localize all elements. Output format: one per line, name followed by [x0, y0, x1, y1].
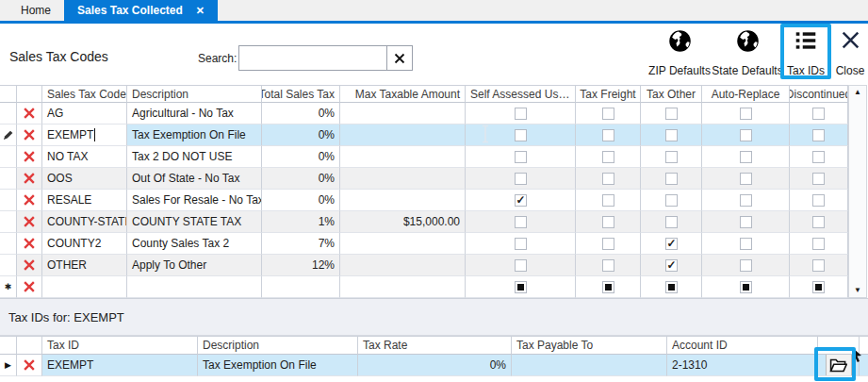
checkbox-auto-replace[interactable]	[702, 146, 790, 168]
col-self-assessed[interactable]: Self Assessed Use T...	[466, 85, 576, 103]
cell-max[interactable]	[340, 276, 466, 298]
col-account-id[interactable]: Account ID	[667, 336, 818, 355]
cell-max[interactable]	[340, 190, 466, 211]
checkbox-tax-freight[interactable]	[576, 168, 641, 190]
delete-row-button[interactable]	[17, 233, 42, 255]
cell-tax-payable-to[interactable]	[512, 355, 667, 376]
col-auto-replace[interactable]: Auto-Replace	[702, 85, 790, 103]
account-lookup-button[interactable]	[826, 355, 852, 376]
delete-row-button[interactable]	[17, 168, 42, 190]
cell-description[interactable]: Apply To Other	[127, 255, 262, 276]
col-description[interactable]: Description	[127, 85, 262, 103]
checkbox-tax-freight[interactable]	[576, 233, 641, 255]
checkbox-tax-freight[interactable]	[576, 103, 641, 125]
scroll-up-arrow[interactable]: ▲	[849, 86, 866, 99]
checkbox-self-assessed[interactable]	[466, 211, 576, 233]
cell-max[interactable]	[340, 168, 466, 190]
checkbox-tax-freight[interactable]	[576, 190, 641, 211]
cell-sales-tax-code[interactable]: AG	[42, 103, 127, 125]
delete-row-button[interactable]	[17, 255, 42, 276]
tab-sales-tax-collected[interactable]: Sales Tax Collected ✕	[64, 0, 218, 21]
delete-row-button[interactable]	[17, 146, 42, 168]
checkbox-self-assessed[interactable]	[466, 146, 576, 168]
checkbox-self-assessed[interactable]	[466, 168, 576, 190]
cell-description[interactable]: Sales For Resale - No Tax	[127, 190, 262, 211]
search-clear-button[interactable]	[386, 45, 413, 71]
checkbox-discontinued[interactable]	[790, 211, 848, 233]
checkbox-auto-replace[interactable]	[702, 255, 790, 276]
tab-close-icon[interactable]: ✕	[196, 5, 205, 17]
cell-tax-id[interactable]: EXEMPT	[42, 355, 198, 376]
checkbox-auto-replace-indeterminate[interactable]	[702, 276, 790, 298]
checkbox-auto-replace[interactable]	[702, 125, 790, 146]
checkbox-tax-freight[interactable]	[576, 125, 641, 146]
col-discontinued[interactable]: Discontinued	[790, 85, 848, 103]
cell-total[interactable]: 1%	[262, 211, 340, 233]
checkbox-auto-replace[interactable]	[702, 168, 790, 190]
cell-description[interactable]: COUNTY STATE TAX	[127, 211, 262, 233]
cell-total[interactable]	[262, 276, 340, 298]
cell-total[interactable]: 12%	[262, 255, 340, 276]
col-sales-tax-code[interactable]: Sales Tax Code	[42, 85, 127, 103]
scroll-down-arrow[interactable]: ▼	[849, 284, 866, 297]
state-defaults-button[interactable]: State Defaults	[712, 28, 783, 77]
cell-description[interactable]: Out Of State - No Tax	[127, 168, 262, 190]
col-tax-payable-to[interactable]: Tax Payable To	[512, 336, 667, 355]
checkbox-discontinued[interactable]	[790, 190, 848, 211]
cell-total[interactable]: 0%	[262, 190, 340, 211]
checkbox-discontinued[interactable]	[790, 255, 848, 276]
checkbox-discontinued[interactable]	[790, 233, 848, 255]
delete-row-button[interactable]	[17, 276, 42, 298]
checkbox-self-assessed[interactable]	[466, 255, 576, 276]
cell-description[interactable]: Agricultural - No Tax	[127, 103, 262, 125]
tab-home[interactable]: Home	[8, 0, 64, 21]
delete-row-button[interactable]	[17, 355, 42, 376]
cell-sales-tax-code[interactable]: COUNTY-STATE	[42, 211, 127, 233]
col-max-taxable[interactable]: Max Taxable Amount	[340, 85, 466, 103]
checkbox-tax-other[interactable]	[641, 211, 702, 233]
cell-sales-tax-code-editing[interactable]: EXEMPT	[42, 125, 127, 146]
delete-row-button[interactable]	[17, 125, 42, 146]
col-tax-rate[interactable]: Tax Rate	[358, 336, 512, 355]
checkbox-tax-freight[interactable]	[576, 146, 641, 168]
checkbox-discontinued-indeterminate[interactable]	[790, 276, 848, 298]
col-tax-other[interactable]: Tax Other	[641, 85, 702, 103]
cell-max[interactable]	[340, 146, 466, 168]
checkbox-tax-other[interactable]	[641, 146, 702, 168]
cell-total[interactable]: 7%	[262, 233, 340, 255]
checkbox-auto-replace[interactable]	[702, 211, 790, 233]
search-input[interactable]	[238, 45, 387, 71]
cell-sales-tax-code[interactable]	[42, 276, 127, 298]
delete-row-button[interactable]	[17, 103, 42, 125]
cell-description[interactable]: Tax 2 DO NOT USE	[127, 146, 262, 168]
cell-description[interactable]: Tax Exemption On File	[198, 355, 358, 376]
col-tax-id[interactable]: Tax ID	[42, 336, 198, 355]
cell-max[interactable]	[340, 103, 466, 125]
vertical-scrollbar[interactable]: ▲ ▼	[848, 85, 867, 298]
cell-sales-tax-code[interactable]: OOS	[42, 168, 127, 190]
checkbox-tax-freight[interactable]	[576, 211, 641, 233]
delete-row-button[interactable]	[17, 211, 42, 233]
cell-sales-tax-code[interactable]: NO TAX	[42, 146, 127, 168]
checkbox-discontinued[interactable]	[790, 103, 848, 125]
checkbox-tax-other[interactable]	[641, 125, 702, 146]
cell-max[interactable]: $15,000.00	[340, 211, 466, 233]
col-tax-freight[interactable]: Tax Freight	[576, 85, 641, 103]
checkbox-self-assessed-indeterminate[interactable]	[466, 276, 576, 298]
delete-row-button[interactable]	[17, 190, 42, 211]
tax-ids-button[interactable]: Tax IDs	[786, 28, 826, 77]
cell-description[interactable]: Tax Exemption On File	[127, 125, 262, 146]
cell-description[interactable]: County Sales Tax 2	[127, 233, 262, 255]
checkbox-auto-replace[interactable]	[702, 190, 790, 211]
cell-max[interactable]	[340, 255, 466, 276]
checkbox-self-assessed[interactable]	[466, 103, 576, 125]
checkbox-discontinued[interactable]	[790, 146, 848, 168]
checkbox-discontinued[interactable]	[790, 125, 848, 146]
checkbox-tax-other-checked[interactable]	[641, 255, 702, 276]
checkbox-auto-replace[interactable]	[702, 103, 790, 125]
cell-account-id[interactable]: 2-1310	[667, 355, 818, 376]
checkbox-tax-other[interactable]	[641, 190, 702, 211]
close-button[interactable]: Close	[833, 28, 867, 77]
checkbox-discontinued[interactable]	[790, 168, 848, 190]
checkbox-self-assessed-checked[interactable]	[466, 190, 576, 211]
